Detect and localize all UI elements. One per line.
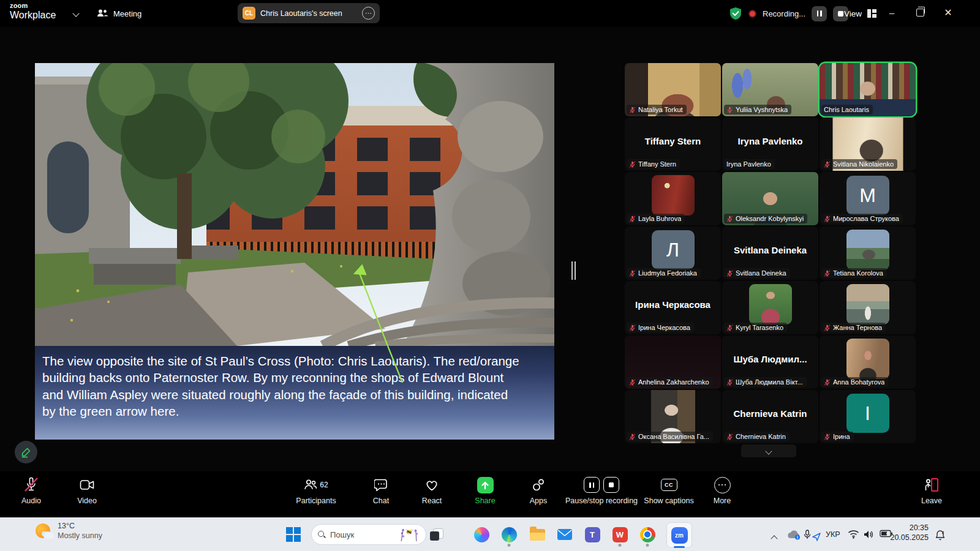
tab-shared-screen[interactable]: CL Chris Laoutaris's screen ⋯ [238, 3, 380, 23]
security-shield-icon[interactable] [729, 7, 742, 20]
notification-bell-icon[interactable]: z [935, 530, 946, 541]
speaker-icon[interactable] [864, 530, 875, 539]
muted-mic-icon [629, 379, 636, 386]
participant-tile[interactable]: Kyryl Tarasenko [722, 281, 818, 334]
participant-tile[interactable]: Оксана Василівна Га... [625, 390, 721, 443]
wifi-icon[interactable] [848, 530, 859, 539]
participants-button[interactable]: 62 Participants [285, 476, 347, 505]
mail-button[interactable] [556, 525, 574, 544]
participant-tile[interactable]: M Мирослава Струкова [820, 172, 916, 225]
participant-tile[interactable]: I Ірина [820, 390, 916, 443]
muted-mic-icon [629, 161, 636, 168]
chat-button[interactable]: Chat [363, 476, 399, 505]
leave-button[interactable]: Leave [910, 476, 953, 505]
participant-name: Мирослава Струкова [833, 215, 899, 222]
participant-tile[interactable]: Svitlana Nikolaienko [820, 118, 916, 171]
muted-mic-icon [726, 433, 733, 440]
participant-tile[interactable]: Anhelina Zakharchenko [625, 335, 721, 389]
record-label: Pause/stop recording [565, 497, 638, 505]
participant-name: Chernieva Katrin [736, 433, 786, 440]
zoom-app-button[interactable]: zm [666, 522, 692, 548]
participant-name-label: Жанна Тернова [821, 323, 886, 332]
participant-tile[interactable]: Шуба Людмил... Шуба Людмила Вікт... [722, 335, 818, 389]
captions-icon: CC [661, 479, 677, 491]
start-button[interactable] [286, 527, 301, 542]
restore-button[interactable] [908, 0, 932, 24]
more-label: More [714, 497, 731, 505]
minimize-button[interactable]: – [880, 0, 904, 24]
participant-tile[interactable]: Layla Buhrova [625, 172, 721, 225]
search-placeholder: Пошук [330, 530, 394, 539]
slide-caption: The view opposite the site of St Paul’s … [35, 346, 554, 440]
task-view-button[interactable] [428, 525, 446, 544]
participant-tile[interactable]: Tiffany Stern Tiffany Stern [625, 118, 721, 171]
tray-overflow-button[interactable] [772, 533, 777, 544]
collapse-participants-button[interactable] [741, 444, 796, 457]
participant-tile[interactable]: Chernieva Katrin Chernieva Katrin [722, 390, 818, 443]
participant-name: Iryna Pavlenko [726, 160, 771, 168]
pause-recording-button[interactable] [812, 6, 827, 21]
muted-mic-icon [824, 161, 831, 168]
search-input[interactable]: Пошук [311, 524, 426, 545]
leave-label: Leave [921, 497, 942, 505]
search-icon [318, 531, 325, 538]
onedrive-icon[interactable]: i [786, 530, 801, 540]
more-button[interactable]: More [704, 476, 741, 505]
participant-tile[interactable]: Oleksandr Kobylynskyi [722, 172, 818, 225]
tab-meeting[interactable]: Meeting [97, 5, 141, 22]
participant-name: Tetiana Korolova [833, 269, 883, 277]
stop-recording-icon[interactable] [603, 477, 619, 493]
participant-tile[interactable]: Ірина Черкасова Ірина Черкасова [625, 281, 721, 334]
brand-workplace: Workplace [10, 10, 56, 20]
wps-office-button[interactable]: W [611, 525, 629, 544]
share-button[interactable]: Share [464, 476, 507, 505]
participant-tile[interactable]: Iryna Pavlenko Iryna Pavlenko [722, 118, 818, 171]
close-button[interactable]: ✕ [936, 0, 960, 24]
apps-button[interactable]: Apps [520, 476, 557, 505]
share-label: Share [475, 497, 495, 505]
participant-name-label: Tiffany Stern [627, 159, 680, 169]
tray-time: 20:35 [875, 523, 929, 533]
annotate-button[interactable] [15, 441, 37, 463]
weather-widget[interactable]: 13°C Mostly sunny [36, 522, 102, 541]
teams-button[interactable]: T [583, 525, 601, 544]
chevron-down-icon[interactable] [72, 10, 79, 17]
pause-recording-icon[interactable] [584, 477, 600, 493]
language-indicator[interactable]: УКР [826, 530, 840, 539]
clock[interactable]: 20:35 20.05.2025 [875, 523, 929, 543]
chrome-button[interactable] [638, 525, 657, 544]
location-arrow-icon[interactable] [812, 533, 821, 541]
edge-icon [502, 527, 517, 542]
file-explorer-button[interactable] [528, 525, 546, 544]
recording-dot-icon [748, 10, 756, 18]
participant-avatar [749, 284, 792, 324]
view-button[interactable]: View [844, 0, 876, 27]
participant-tile[interactable]: Л Liudmyla Fedoriaka [625, 227, 721, 280]
participant-letter-avatar: M [846, 176, 889, 215]
show-captions-button[interactable]: CC Show captions [635, 476, 703, 505]
video-button[interactable]: Video [66, 476, 108, 505]
participant-tile[interactable]: Tetiana Korolova [820, 227, 916, 280]
panel-resize-handle[interactable] [571, 261, 576, 280]
react-button[interactable]: React [413, 476, 450, 505]
participant-tile[interactable]: Svitlana Deineka Svitlana Deineka [722, 227, 818, 280]
mic-tray-icon[interactable] [804, 530, 811, 540]
copilot-icon [474, 527, 489, 542]
participant-tile[interactable]: Жанна Тернова [820, 281, 916, 334]
audio-button[interactable]: Audio [10, 476, 53, 505]
edge-button[interactable] [500, 525, 518, 544]
participant-name-label: Nataliya Torkut [627, 105, 687, 114]
participant-tile[interactable]: Anna Bohatyrova [820, 335, 916, 389]
participant-tile[interactable]: Chris Laoutaris [820, 63, 916, 116]
video-camera-icon [80, 479, 95, 491]
participant-name: Yuliia Vyshnytska [736, 106, 788, 113]
copilot-button[interactable] [472, 525, 491, 544]
muted-mic-icon [629, 107, 636, 113]
participant-tile[interactable]: Nataliya Torkut [625, 63, 721, 116]
more-options-icon[interactable]: ⋯ [362, 7, 375, 20]
participant-name-label: Anna Bohatyrova [821, 377, 888, 387]
participant-tile[interactable]: Yuliia Vyshnytska [722, 63, 818, 116]
muted-mic-icon [824, 270, 831, 277]
participant-name-label: Шуба Людмила Вікт... [724, 377, 807, 387]
pause-stop-recording-button[interactable]: Pause/stop recording [556, 476, 647, 505]
